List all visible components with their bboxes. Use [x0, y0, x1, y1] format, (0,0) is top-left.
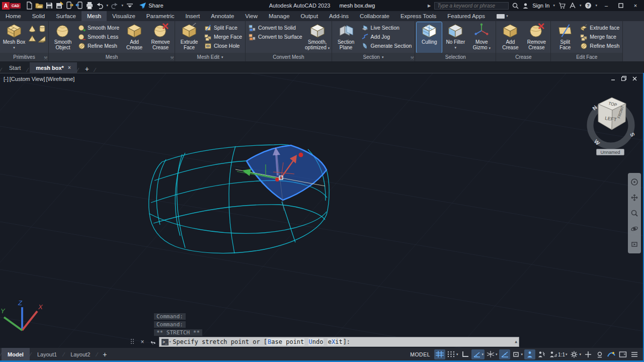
undo-dropdown-icon[interactable]: ▾	[105, 4, 109, 8]
close-button[interactable]: ×	[630, 1, 641, 10]
snap-mode-caret-icon[interactable]: ▾	[456, 352, 458, 356]
selected-mesh-face[interactable]	[247, 145, 327, 200]
panel-popout-icon[interactable]: ⤧	[171, 56, 174, 61]
command-history-toggle-icon[interactable]: ▲	[515, 339, 517, 344]
layout-tab-layout1[interactable]: Layout1	[31, 348, 63, 361]
culling-button[interactable]: Culling	[417, 22, 442, 53]
convert-to-surface-button[interactable]: Convert to Surface	[247, 33, 304, 41]
file-tab-close-icon[interactable]: ×	[68, 65, 71, 70]
ribbon-tab-annotate[interactable]: Annotate	[205, 11, 239, 21]
view-cube[interactable]: N W S TOP LEFT FRONT	[582, 88, 641, 154]
vertex-grip[interactable]	[299, 153, 303, 157]
ribbon-tab-collaborate[interactable]: Collaborate	[354, 11, 395, 21]
ribbon-tab-surface[interactable]: Surface	[50, 11, 82, 21]
snap-mode-toggle[interactable]: ▾	[446, 349, 459, 359]
panel-label-primitives[interactable]: Primitives⤧	[0, 53, 48, 61]
ribbon-tab-parametric[interactable]: Parametric	[141, 11, 180, 21]
ribbon-tab-home[interactable]: Home	[0, 11, 27, 21]
ribbon-tab-insert[interactable]: Insert	[180, 11, 205, 21]
panel-popout-icon[interactable]: ⤧	[411, 56, 414, 61]
panel-label-section[interactable]: Section▾⤧	[332, 53, 415, 61]
mesh-primitive-pyramid-button[interactable]	[28, 34, 37, 43]
base-grip[interactable]	[275, 177, 279, 182]
add-crease-button[interactable]: AddCrease	[122, 22, 147, 53]
refine-mesh-button[interactable]: Refine Mesh	[579, 42, 621, 50]
redo-dropdown-icon[interactable]: ▾	[120, 4, 124, 8]
split-face-button[interactable]: SplitFace	[552, 22, 578, 53]
new-drawing-tab-button[interactable]: +	[80, 65, 94, 73]
viewport-view-control[interactable]: [Custom View]	[10, 76, 45, 82]
annotation-autoscale-toggle[interactable]	[536, 349, 547, 359]
help-caret-icon[interactable]: ▾	[595, 4, 597, 8]
ribbon-tab-featured-apps[interactable]: Featured Apps	[442, 11, 491, 21]
annotation-scale-caret-icon[interactable]: ▾	[566, 352, 568, 356]
mesh-primitive-cone-button[interactable]	[28, 24, 37, 33]
file-tab-start[interactable]: Start	[3, 62, 27, 73]
ortho-mode-toggle[interactable]	[460, 349, 471, 359]
navigation-bar[interactable]	[628, 173, 641, 253]
no-filter-button[interactable]: No Filter▾	[443, 22, 468, 53]
remove-crease-button[interactable]: RemoveCrease	[524, 22, 549, 53]
ribbon-tab-solid[interactable]: Solid	[27, 11, 51, 21]
app-store-cart-icon[interactable]	[558, 3, 566, 9]
share-button[interactable]: Share	[139, 3, 163, 9]
mesh-primitive-cylinder-button[interactable]	[38, 24, 47, 33]
panel-label-convert-mesh[interactable]: Convert Mesh	[246, 53, 332, 61]
move-gizmo-button[interactable]: MoveGizmo ▾	[469, 22, 494, 53]
file-tab-mesh-box[interactable]: mesh box*×	[30, 62, 76, 73]
generate-section-button[interactable]: 1Generate Section	[360, 42, 414, 50]
recent-commands-caret-icon[interactable]: ▾	[169, 340, 171, 344]
infocenter-collapse-icon[interactable]: ▶	[428, 4, 431, 8]
panel-label-crease[interactable]: Crease	[496, 53, 550, 61]
add-jog-button[interactable]: Add Jog	[360, 33, 414, 41]
ucs-icon[interactable]: Z X Y	[1, 299, 43, 330]
layout-tab-model[interactable]: Model	[2, 348, 30, 361]
section-plane-button[interactable]: SectionPlane	[334, 22, 359, 53]
command-line-close-icon[interactable]: ×	[139, 338, 146, 346]
open-from-mobile-button[interactable]	[65, 1, 74, 10]
ribbon-tab-manage[interactable]: Manage	[263, 11, 295, 21]
object-snap-toggle[interactable]: ▾	[511, 349, 524, 359]
application-menu-button[interactable]: A CAD	[0, 0, 23, 11]
customization-plus-toggle[interactable]	[583, 349, 594, 359]
command-input-bar[interactable]: >_ ▾ Specify stretch point or [Base poin…	[159, 337, 519, 347]
object-snap-caret-icon[interactable]: ▾	[521, 352, 523, 356]
minimize-button[interactable]: –	[601, 1, 612, 10]
command-keyword-undo[interactable]: Undo	[308, 338, 324, 345]
split-face-button[interactable]: Split Face	[203, 24, 244, 32]
autodesk-app-icon[interactable]	[569, 3, 576, 9]
isometric-drafting-toggle[interactable]: ▾	[485, 349, 499, 359]
merge-face-button[interactable]: Merge Face	[203, 33, 244, 41]
command-prompt-text[interactable]: Specify stretch point or [Base point Und…	[173, 338, 350, 345]
ribbon-display-toggle[interactable]: ▾	[493, 11, 512, 21]
grid-display-toggle[interactable]	[434, 349, 445, 359]
smooth-optimized-button[interactable]: Smooth,optimized ▾	[305, 22, 330, 53]
panel-label-mesh[interactable]: Mesh⤧	[49, 53, 175, 61]
viewport-close-icon[interactable]	[632, 76, 637, 81]
viewcube-cube[interactable]: TOP LEFT FRONT	[598, 98, 626, 130]
extrude-face-button[interactable]: Extrude face	[579, 24, 621, 32]
app-caret-icon[interactable]: ▾	[580, 4, 582, 8]
extrude-face-button[interactable]: ExtrudeFace	[177, 22, 202, 53]
command-keyword-exit[interactable]: eXit	[328, 338, 343, 345]
ribbon-tab-output[interactable]: Output	[295, 11, 324, 21]
mesh-box-button[interactable]: Mesh Box▾	[2, 22, 27, 53]
ribbon-tab-add-ins[interactable]: Add-ins	[324, 11, 354, 21]
viewport-visual-style-control[interactable]: [Wireframe]	[46, 76, 75, 82]
maximize-button[interactable]	[615, 1, 626, 10]
mesh-primitive-wedge-button[interactable]	[38, 34, 47, 43]
ribbon-tab-view[interactable]: View	[239, 11, 263, 21]
viewport-restore-icon[interactable]	[621, 76, 626, 81]
save-as-button[interactable]	[55, 1, 64, 10]
drawing-viewport[interactable]: Z X Y [-][Custom View][Wireframe] N W S …	[0, 73, 644, 348]
ribbon-tab-express-tools[interactable]: Express Tools	[395, 11, 442, 21]
search-input[interactable]	[434, 2, 509, 10]
customize-quick-access-button[interactable]	[125, 1, 134, 10]
object-snap-tracking-toggle[interactable]	[499, 349, 510, 359]
save-to-mobile-button[interactable]	[75, 1, 84, 10]
viewport-minimize-control[interactable]: [-]	[4, 76, 9, 82]
panel-label-mesh-edit[interactable]: Mesh Edit▾	[175, 53, 245, 61]
sign-in-button[interactable]: Sign In	[532, 3, 549, 9]
clean-screen-toggle[interactable]	[617, 349, 628, 359]
isometric-drafting-caret-icon[interactable]: ▾	[496, 352, 498, 356]
